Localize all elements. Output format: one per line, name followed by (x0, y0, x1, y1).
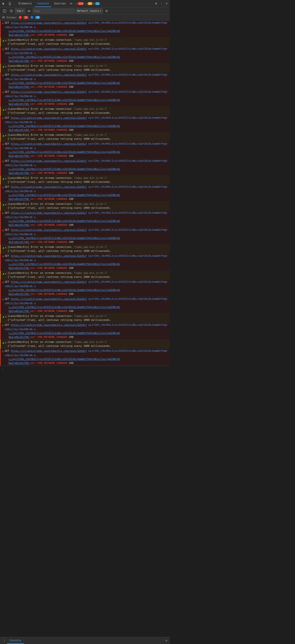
entry-source[interactable]: figma_app.min.js:br:7 (74, 38, 107, 42)
url-end[interactable]: 9wIjp0cnVlfX0 (8, 198, 30, 200)
entry-source[interactable]: figma_app.min.js:br:7 (74, 64, 107, 68)
network-url[interactable]: https://clientstream.la (11, 254, 46, 258)
url-end[interactable]: 9wIjp0cnVlfX0 (8, 266, 30, 270)
network-url[interactable]: https://clientstream.la (11, 159, 46, 162)
url-end[interactable]: 9wIjp0cnVlfX0 (8, 60, 30, 62)
url-cont[interactable]: c…/eyJrZXk_L9uYW1LIjoicHJVZCIsInNLcnZpYZ… (8, 194, 120, 196)
network-url[interactable]: https://clientstream.la (11, 73, 46, 76)
url-cont[interactable]: c…/eyJrZXk_L9uYW1LIjoicHJVZCIsInNLcnZpYZ… (8, 236, 120, 240)
expand-icon[interactable]: ▶ (5, 315, 6, 318)
url-cont[interactable]: c…/eyJrZXk_L9uYW1LIjoicHJVZCIsInNLcnZpYZ… (8, 124, 120, 128)
url-end[interactable]: 9wIjp0cnVlfX0 (8, 362, 30, 364)
url-end[interactable]: 9wIjp0cnVlfX0 (8, 310, 30, 313)
levels-dropdown[interactable]: Default levels ▾ (76, 8, 103, 14)
entry-source[interactable]: figma_app.min.js:br:7 (74, 246, 107, 248)
refresh-icon[interactable]: ↻ (34, 190, 36, 193)
entry-source[interactable]: figma_app.min.js:br:7 (74, 272, 107, 274)
entry-source[interactable]: figma_app.min.js:br:7 (74, 202, 107, 206)
bottom-close-btn[interactable]: ✕ (165, 639, 168, 642)
network-url[interactable]: https://clientstream.la (11, 350, 46, 352)
entry-source[interactable]: figma_app.min.js:br:7 (74, 176, 107, 180)
refresh-icon[interactable]: ↻ (34, 216, 36, 219)
network-url[interactable]: https://clientstream.la (11, 21, 46, 24)
tab-sources[interactable]: Sources (52, 0, 68, 7)
url-cont[interactable]: c…/eyJrZXk_L9uYW1LIjoicHJVZCIsInNLcnZpYZ… (8, 30, 120, 32)
url-end[interactable]: 9wIjp0cnVlfX0 (8, 172, 30, 174)
network-url-2[interactable]: unchdarkly.com/eval/62e9cf (46, 254, 87, 258)
url-end[interactable]: 9wIjp0cnVlfX0 (8, 102, 30, 106)
url-cont[interactable]: c…/eyJrZXk_L9uYW1LIjoicHJVZCIsInNLcnZpYZ… (8, 168, 120, 170)
refresh-icon[interactable]: ↻ (34, 94, 36, 98)
expand-icon[interactable]: ▶ (5, 341, 6, 344)
more-tabs-btn[interactable]: ≫ (69, 2, 74, 6)
more-options-btn[interactable]: ⋮ (159, 2, 164, 6)
network-url-2[interactable]: unchdarkly.com/eval/62e9cf (46, 228, 87, 232)
url-end[interactable]: 9wIjp0cnVlfX0 (8, 128, 30, 132)
network-url[interactable]: https://clientstream.la (11, 280, 46, 284)
network-url-2[interactable]: unchdarkly.com/eval/62e9cf (46, 47, 87, 50)
network-url-2[interactable]: unchdarkly.com/eval/62e9cf (46, 185, 87, 188)
network-url[interactable]: https://clientstream.la (11, 142, 46, 145)
url-end[interactable]: 9wIjp0cnVlfX0 (8, 292, 30, 296)
refresh-icon[interactable]: ↻ (34, 232, 36, 236)
console-tab[interactable]: Console (7, 638, 24, 644)
url-cont[interactable]: c…/eyJrZXk_L9uYW1LIjoicHJVZCIsInNLcnZpYZ… (8, 306, 120, 309)
expand-icon[interactable]: ▶ (5, 272, 6, 275)
filter-input[interactable] (33, 8, 75, 14)
refresh-icon[interactable]: ↻ (34, 328, 36, 331)
refresh-icon[interactable]: ↻ (34, 302, 36, 305)
clear-console-btn[interactable] (8, 9, 14, 13)
network-url-2[interactable]: unchdarkly.com/eval/62e9cf (46, 90, 87, 93)
tab-console[interactable]: Console (35, 0, 51, 7)
refresh-icon[interactable]: ↻ (34, 78, 36, 81)
refresh-icon[interactable]: ↻ (34, 120, 36, 124)
network-url[interactable]: https://clientstream.la (11, 211, 46, 214)
context-dropdown[interactable]: top ▾ (15, 8, 25, 14)
expand-icon[interactable]: ▶ (5, 203, 6, 206)
tab-elements[interactable]: Elements (16, 0, 34, 7)
network-url[interactable]: https://clientstream.la (11, 47, 46, 50)
mobile-btn[interactable] (7, 2, 13, 6)
url-cont[interactable]: c…/eyJrZXk_L9uYW1LIjoicHJVZCIsInNLcnZpYZ… (8, 332, 120, 335)
sidebar-toggle-btn[interactable] (2, 9, 7, 13)
expand-icon[interactable]: ▶ (5, 64, 6, 68)
refresh-icon[interactable]: ↻ (34, 26, 36, 29)
expand-icon[interactable]: ▶ (5, 177, 6, 180)
url-end[interactable]: 9wIjp0cnVlfX0 (8, 336, 30, 338)
refresh-icon[interactable]: ↻ (34, 52, 36, 55)
eye-btn[interactable] (26, 9, 32, 13)
expand-icon[interactable]: ▶ (5, 246, 6, 249)
url-cont[interactable]: c…/eyJrZXk_L9uYW1LIjoicHJVZCIsInNLcnZpYZ… (8, 262, 120, 266)
network-url[interactable]: https://clientstream.la (11, 116, 46, 119)
network-url-2[interactable]: unchdarkly.com/eval/62e9cf (46, 280, 87, 284)
expand-icon[interactable]: ▶ (5, 134, 6, 137)
settings-btn[interactable]: ⚙ (154, 2, 158, 6)
url-end[interactable]: 9wIjp0cnVlfX0 (8, 34, 30, 36)
url-cont[interactable]: c…/eyJrZXk_L9uYW1LIjoicHJVZCIsInNLcnZpYZ… (8, 288, 120, 292)
expand-icon[interactable]: ▶ (5, 38, 6, 42)
console-settings-btn[interactable] (104, 9, 109, 13)
expand-icon[interactable]: ▶ (5, 108, 6, 111)
url-cont[interactable]: c…/eyJrZXk_L9uYW1LIjoicHJVZCIsInNLcnZpYZ… (8, 150, 120, 154)
url-end[interactable]: 9wIjp0cnVlfX0 (8, 86, 30, 88)
network-url-2[interactable]: unchdarkly.com/eval/62e9cf (46, 21, 87, 24)
network-url-2[interactable]: unchdarkly.com/eval/62e9cf (46, 211, 87, 214)
entry-source[interactable]: figma_app.min.js:br:7 (74, 314, 107, 318)
url-cont[interactable]: c…/eyJrZXk_L9uYW1LIjoicHJVZCIsInNLcnZpYZ… (8, 98, 120, 102)
cursor-btn[interactable] (1, 2, 6, 6)
network-url[interactable]: https://clientstream.la (11, 298, 46, 300)
network-url-2[interactable]: unchdarkly.com/eval/62e9cf (46, 350, 87, 352)
url-cont[interactable]: c…/eyJrZXk_L9uYW1LIjoicHJVZCIsInNLcnZpYZ… (8, 82, 120, 84)
network-url-2[interactable]: unchdarkly.com/eval/62e9cf (46, 142, 87, 145)
network-url-2[interactable]: unchdarkly.com/eval/62e9cf (46, 159, 87, 162)
url-end[interactable]: 9wIjp0cnVlfX0 (8, 224, 30, 226)
network-url[interactable]: https://clientstream.la (11, 228, 46, 232)
url-cont[interactable]: c…/eyJrZXk_L9uYW1LIjoicHJVZCIsInNLcnZpYZ… (8, 56, 120, 58)
console-input[interactable] (4, 368, 168, 371)
refresh-icon[interactable]: ↻ (34, 258, 36, 262)
entry-source[interactable]: figma_app.min.js:br:7 (74, 134, 107, 136)
network-url-2[interactable]: unchdarkly.com/eval/62e9cf (46, 298, 87, 300)
bottom-more-btn[interactable]: ⋮ (2, 638, 7, 643)
entry-source[interactable]: figma_app.min.js:br:7 (74, 108, 107, 110)
network-url-2[interactable]: unchdarkly.com/eval/62e9cf (46, 116, 87, 119)
